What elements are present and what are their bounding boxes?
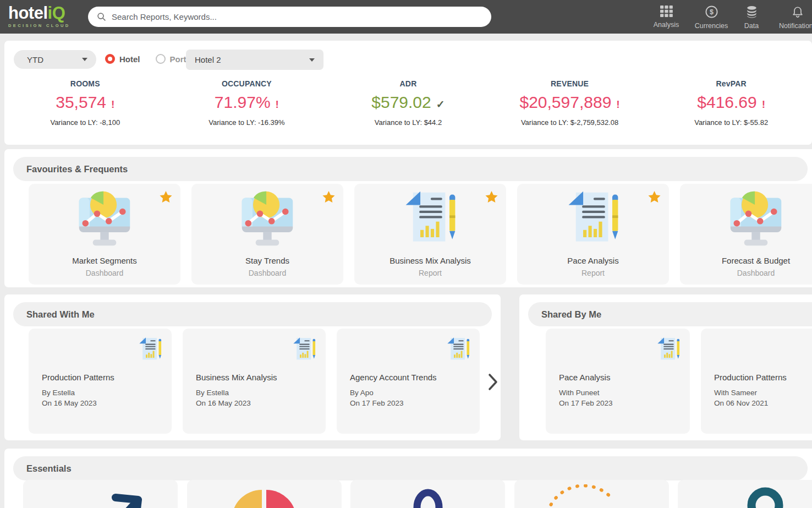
global-search-bar[interactable]: [88, 7, 491, 27]
chevron-down-icon: [82, 58, 87, 61]
favourite-card-title: Pace Analysis: [517, 256, 669, 265]
kpi-label: REVENUE: [489, 79, 651, 88]
shared-card-recipient: With Sameer: [714, 389, 757, 397]
shared-with-me-title: Shared With Me: [26, 309, 95, 320]
kpi-variance: Variance to LY: $44.2: [327, 118, 489, 127]
favourite-card-stay-trends[interactable]: Stay Trends Dashboard: [191, 184, 343, 285]
chevron-down-icon: [309, 58, 315, 62]
nav-currencies-label: Currencies: [691, 22, 732, 30]
favourite-card-market-segments[interactable]: Market Segments Dashboard: [29, 184, 180, 285]
report-document-icon: [292, 336, 317, 363]
shared-card-pace-analysis[interactable]: Pace Analysis With Puneet On 17 Feb 2023: [546, 329, 690, 434]
nav-notifications[interactable]: Notifications: [773, 6, 812, 30]
shared-with-me-panel: Shared With Me Production Patterns By Es…: [4, 294, 501, 440]
kpi-revpar: RevPAR $416.69! Variance to LY: $-55.82: [650, 79, 812, 127]
favourites-panel: Favourites & Frequents Market Segments D…: [4, 149, 812, 287]
kpi-value: $579.02✓: [327, 93, 489, 112]
logo-wordmark: hoteliQ: [8, 4, 70, 21]
favourite-star-icon[interactable]: [647, 190, 662, 205]
favourite-card-title: Market Segments: [29, 256, 180, 265]
favourite-card-subtitle: Report: [354, 269, 506, 277]
essentials-card-5[interactable]: [678, 480, 812, 508]
shared-card-title: Business Mix Analysis: [196, 373, 277, 382]
essentials-card-1[interactable]: [23, 480, 178, 508]
hotel-dropdown[interactable]: Hotel 2: [186, 50, 323, 70]
logo-tagline: DECISION CLOUD: [8, 24, 70, 28]
favourite-card-subtitle: Dashboard: [680, 269, 812, 277]
favourite-card-title: Business Mix Analysis: [354, 256, 506, 265]
report-document-icon: [656, 336, 681, 363]
nav-analysis[interactable]: Analysis: [649, 6, 683, 29]
period-dropdown[interactable]: YTD: [14, 50, 96, 69]
essentials-card-2[interactable]: [187, 480, 342, 508]
shared-by-me-title: Shared By Me: [541, 309, 601, 320]
hotel-radio[interactable]: [105, 54, 115, 64]
kpi-status-indicator: !: [276, 99, 279, 110]
shared-card-author: By Estella: [42, 389, 75, 397]
shared-card-agency-account-trends[interactable]: Agency Account Trends By Apo On 17 Feb 2…: [337, 329, 480, 434]
shared-card-date: On 06 Nov 2021: [714, 399, 768, 407]
favourite-card-subtitle: Dashboard: [191, 269, 343, 277]
hotel-radio-label[interactable]: Hotel: [119, 54, 140, 64]
kpi-value: $416.69!: [650, 93, 812, 112]
essentials-card-3[interactable]: [350, 480, 505, 508]
dollar-circle-icon: $: [705, 6, 718, 18]
shared-card-date: On 17 Feb 2023: [559, 399, 613, 407]
period-dropdown-value: YTD: [27, 55, 43, 64]
shared-card-author: By Apo: [350, 389, 374, 397]
kpi-rooms: ROOMS 35,574! Variance to LY: -8,100: [4, 79, 166, 127]
trend-arrow-icon: [48, 484, 153, 508]
shared-card-date: On 16 May 2023: [42, 399, 97, 407]
favourite-star-icon[interactable]: [484, 190, 499, 205]
carousel-next-button[interactable]: [484, 370, 502, 394]
favourite-card-pace-analysis[interactable]: Pace Analysis Report: [517, 184, 669, 285]
grid-icon: [660, 6, 673, 17]
kpi-value: 71.97%!: [166, 93, 328, 112]
favourite-card-subtitle: Dashboard: [29, 269, 180, 277]
favourites-section-header: Favourites & Frequents: [13, 157, 808, 181]
shared-card-business-mix-analysis[interactable]: Business Mix Analysis By Estella On 16 M…: [183, 329, 326, 434]
report-document-icon: [446, 336, 471, 363]
favourite-star-icon[interactable]: [158, 190, 173, 205]
search-input[interactable]: [112, 12, 464, 21]
hoteliq-logo[interactable]: hoteliQ DECISION CLOUD: [8, 4, 70, 28]
favourite-star-icon[interactable]: [321, 190, 336, 205]
portfolio-radio[interactable]: [156, 54, 166, 64]
kpi-status-indicator: !: [762, 99, 765, 110]
favourite-card-business-mix-analysis[interactable]: Business Mix Analysis Report: [354, 184, 506, 285]
favourite-card-title: Stay Trends: [191, 256, 343, 265]
chain-links-icon: [717, 484, 794, 508]
kpi-row: ROOMS 35,574! Variance to LY: -8,100 OCC…: [4, 79, 812, 127]
logo-hotel-text: hotel: [8, 3, 48, 23]
shared-card-date: On 17 Feb 2023: [350, 399, 404, 407]
shared-by-me-panel: Shared By Me Pace Analysis With Puneet O…: [519, 294, 812, 440]
kpi-value: 35,574!: [4, 93, 166, 112]
database-icon: [745, 6, 758, 18]
kpi-label: RevPAR: [650, 79, 812, 88]
kpi-occupancy: OCCUPANCY 71.97%! Variance to LY: -16.39…: [166, 79, 328, 127]
report-document-icon: [138, 336, 163, 363]
shared-card-production-patterns-by-me[interactable]: Production Patterns With Sameer On 06 No…: [701, 329, 812, 434]
shared-card-title: Production Patterns: [714, 373, 787, 382]
logo-iq-text: iQ: [48, 3, 65, 23]
nav-data[interactable]: Data: [737, 6, 766, 30]
ring-icon: [409, 484, 447, 508]
shared-card-date: On 16 May 2023: [196, 399, 251, 407]
nav-data-label: Data: [737, 22, 766, 30]
kpi-adr: ADR $579.02✓ Variance to LY: $44.2: [327, 79, 489, 127]
essentials-card-4[interactable]: [514, 480, 669, 508]
kpi-label: ADR: [327, 79, 489, 88]
favourite-card-forecast-budget[interactable]: Forecast & Budget Dashboard: [680, 184, 812, 285]
top-navigation-bar: hoteliQ DECISION CLOUD Analysis $ Curren…: [0, 0, 812, 34]
shared-by-me-header: Shared By Me: [528, 302, 812, 326]
svg-text:$: $: [710, 8, 714, 16]
globe-pin-icon: [545, 484, 639, 508]
shared-card-production-patterns[interactable]: Production Patterns By Estella On 16 May…: [29, 329, 172, 434]
bell-icon: [792, 6, 804, 18]
essentials-header: Essentials: [13, 456, 808, 480]
favourite-card-title: Forecast & Budget: [680, 256, 812, 265]
kpi-status-indicator: !: [616, 99, 619, 110]
nav-currencies[interactable]: $ Currencies: [691, 6, 732, 30]
nav-notifications-label: Notifications: [773, 22, 812, 30]
kpi-status-indicator: ✓: [436, 99, 445, 110]
